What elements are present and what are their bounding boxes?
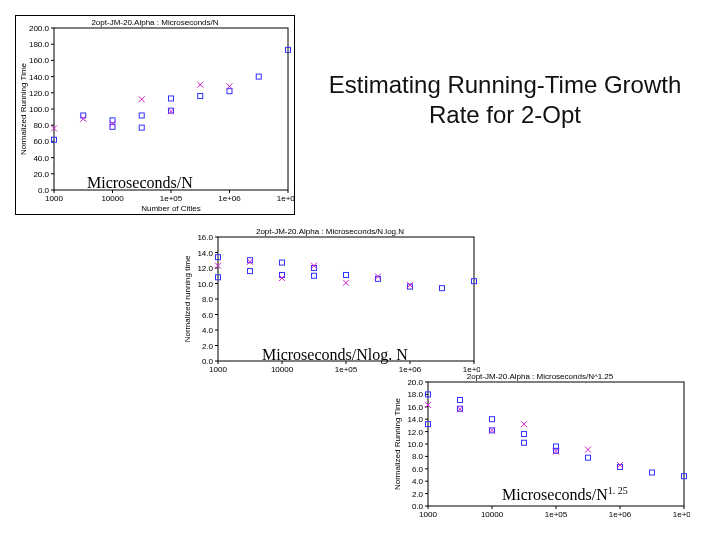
svg-text:8.0: 8.0 [202, 295, 214, 304]
slide-title: Estimating Running-Time Growth Rate for … [320, 70, 690, 130]
svg-rect-95 [247, 269, 252, 274]
svg-text:Normalized running time: Normalized running time [183, 255, 192, 342]
svg-rect-98 [280, 260, 285, 265]
svg-rect-41 [139, 113, 144, 118]
svg-rect-42 [169, 108, 174, 113]
svg-text:12.0: 12.0 [197, 264, 213, 273]
svg-text:60.0: 60.0 [33, 137, 49, 146]
svg-text:8.0: 8.0 [412, 452, 424, 461]
svg-rect-45 [227, 89, 232, 94]
svg-text:1e+06: 1e+06 [218, 194, 241, 203]
svg-rect-158 [457, 397, 462, 402]
chart1-svg: 2opt-JM-20.Alpha : Microseconds/N0.020.0… [16, 16, 294, 214]
svg-text:10000: 10000 [101, 194, 124, 203]
svg-rect-162 [521, 432, 526, 437]
svg-text:120.0: 120.0 [29, 89, 50, 98]
svg-text:Normalized Running Time: Normalized Running Time [393, 397, 402, 490]
chart3-svg: 2opt-JM-20.Alpha : Microseconds/N^1.250.… [390, 370, 690, 530]
svg-text:140.0: 140.0 [29, 73, 50, 82]
svg-text:16.0: 16.0 [407, 403, 423, 412]
svg-rect-165 [585, 455, 590, 460]
svg-text:16.0: 16.0 [197, 233, 213, 242]
svg-text:4.0: 4.0 [412, 477, 424, 486]
svg-text:2opt-JM-20.Alpha : Microsecond: 2opt-JM-20.Alpha : Microseconds/N^1.25 [467, 372, 614, 381]
svg-text:1e+05: 1e+05 [160, 194, 183, 203]
svg-text:1000: 1000 [419, 510, 437, 519]
svg-text:10.0: 10.0 [197, 280, 213, 289]
svg-text:Number of Cities: Number of Cities [141, 204, 201, 213]
svg-text:6.0: 6.0 [202, 311, 214, 320]
svg-text:1e+07: 1e+07 [673, 510, 690, 519]
chart-bottom-right: 2opt-JM-20.Alpha : Microseconds/N^1.250.… [390, 370, 690, 530]
svg-text:2opt-JM-20.Alpha : Microsecond: 2opt-JM-20.Alpha : Microseconds/N.log.N [256, 227, 404, 236]
svg-text:2opt-JM-20.Alpha : Microsecond: 2opt-JM-20.Alpha : Microseconds/N [91, 18, 218, 27]
svg-text:200.0: 200.0 [29, 24, 50, 33]
svg-text:1000: 1000 [45, 194, 63, 203]
chart2-svg: 2opt-JM-20.Alpha : Microseconds/N.log.N0… [180, 225, 480, 385]
svg-rect-1 [54, 28, 288, 190]
svg-rect-40 [139, 125, 144, 130]
svg-text:6.0: 6.0 [412, 465, 424, 474]
svg-text:1e+07: 1e+07 [277, 194, 294, 203]
svg-text:10000: 10000 [271, 365, 294, 374]
svg-rect-104 [439, 286, 444, 291]
svg-text:20.0: 20.0 [407, 378, 423, 387]
svg-rect-63 [218, 237, 474, 361]
svg-rect-167 [649, 470, 654, 475]
svg-text:14.0: 14.0 [197, 249, 213, 258]
svg-text:10000: 10000 [481, 510, 504, 519]
svg-text:10.0: 10.0 [407, 440, 423, 449]
svg-text:Normalized Running Time: Normalized Running Time [19, 62, 28, 155]
svg-text:180.0: 180.0 [29, 40, 50, 49]
chart-top-left: 2opt-JM-20.Alpha : Microseconds/N0.020.0… [15, 15, 295, 215]
svg-text:2.0: 2.0 [412, 490, 424, 499]
svg-text:1e+05: 1e+05 [545, 510, 568, 519]
svg-text:1e+05: 1e+05 [335, 365, 358, 374]
svg-text:1000: 1000 [209, 365, 227, 374]
svg-text:20.0: 20.0 [33, 170, 49, 179]
svg-text:2.0: 2.0 [202, 342, 214, 351]
svg-rect-43 [169, 96, 174, 101]
slide-stage: Estimating Running-Time Growth Rate for … [0, 0, 720, 540]
svg-rect-101 [344, 272, 349, 277]
svg-text:160.0: 160.0 [29, 56, 50, 65]
svg-text:100.0: 100.0 [29, 105, 50, 114]
svg-rect-46 [256, 74, 261, 79]
svg-text:4.0: 4.0 [202, 326, 214, 335]
svg-text:80.0: 80.0 [33, 121, 49, 130]
svg-rect-44 [198, 94, 203, 99]
chart-middle: 2opt-JM-20.Alpha : Microseconds/N.log.N0… [180, 225, 480, 385]
svg-rect-161 [521, 440, 526, 445]
svg-text:40.0: 40.0 [33, 154, 49, 163]
svg-rect-160 [490, 417, 495, 422]
svg-text:12.0: 12.0 [407, 428, 423, 437]
svg-text:14.0: 14.0 [407, 415, 423, 424]
svg-text:18.0: 18.0 [407, 390, 423, 399]
svg-rect-99 [311, 273, 316, 278]
svg-text:1e+06: 1e+06 [609, 510, 632, 519]
